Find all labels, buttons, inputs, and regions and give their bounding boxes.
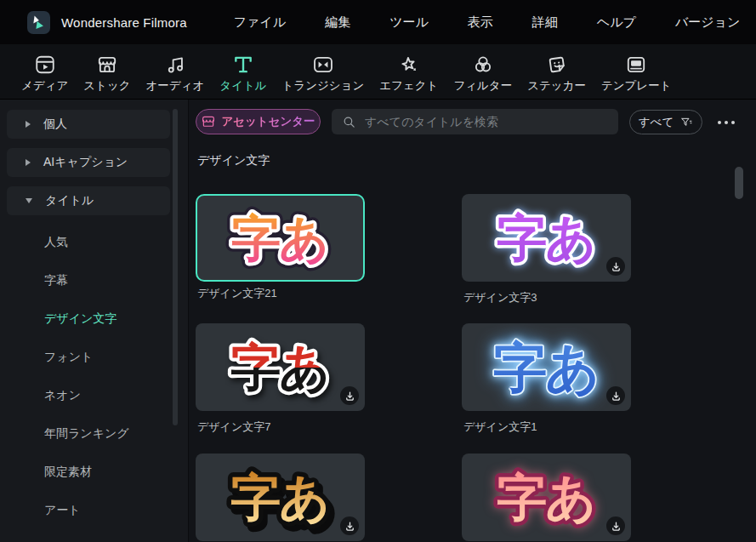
chevron-right-icon xyxy=(26,121,31,128)
storefront-icon xyxy=(201,114,216,129)
filmora-window: Wondershare Filmora ファイル 編集 ツール 表示 詳細 ヘル… xyxy=(0,0,756,542)
stock-icon xyxy=(96,50,118,76)
effect-icon xyxy=(398,50,420,76)
tab-transitions[interactable]: トランジション xyxy=(275,50,372,94)
sidebar-item-design-text[interactable]: デザイン文字 xyxy=(0,300,170,338)
menu-tools[interactable]: ツール xyxy=(383,9,435,36)
search-icon xyxy=(342,115,356,129)
title-preview-art: 字あ xyxy=(196,323,365,411)
tab-label: メディア xyxy=(21,78,68,94)
tab-label: オーディオ xyxy=(146,78,205,94)
title-icon xyxy=(232,50,254,76)
sidebar-group-titles[interactable]: タイトル xyxy=(7,186,170,215)
tab-label: トランジション xyxy=(282,78,365,94)
group-label: AIキャプション xyxy=(43,155,128,170)
tab-label: エフェクト xyxy=(379,78,438,94)
tab-filters[interactable]: フィルター xyxy=(446,50,520,94)
menu-file[interactable]: ファイル xyxy=(227,9,293,36)
main-scrollbar[interactable] xyxy=(735,167,743,199)
media-icon xyxy=(34,50,56,76)
menu-view[interactable]: 表示 xyxy=(461,9,500,36)
title-name: デザイン文字21 xyxy=(197,286,384,301)
title-thumbnail-gold[interactable]: 字あ xyxy=(196,454,365,541)
sidebar-group-personal[interactable]: 個人 xyxy=(7,110,170,139)
menu-help[interactable]: ヘルプ xyxy=(590,9,643,36)
svg-text:字あ: 字あ xyxy=(230,468,329,527)
title-preview-art: 字あ xyxy=(462,194,631,282)
download-icon[interactable] xyxy=(340,516,359,535)
app-title: Wondershare Filmora xyxy=(61,15,187,30)
group-label: 個人 xyxy=(43,117,67,132)
tab-label: ストック xyxy=(83,78,130,94)
title-preview-art: 字あ xyxy=(196,454,365,541)
svg-text:字あ: 字あ xyxy=(497,208,595,267)
svg-text:字あ: 字あ xyxy=(230,338,329,397)
tab-label: ステッカー xyxy=(527,78,586,94)
filter-funnel-icon xyxy=(679,116,693,129)
sidebar-item-subtitles[interactable]: 字幕 xyxy=(0,261,170,300)
asset-center-label: アセットセンター xyxy=(221,114,315,129)
menu-edit[interactable]: 編集 xyxy=(318,9,357,36)
svg-text:字あ: 字あ xyxy=(497,468,595,527)
transition-icon xyxy=(312,50,334,76)
title-thumbnail-design7[interactable]: 字あ xyxy=(196,323,365,411)
tab-templates[interactable]: テンプレート xyxy=(594,50,679,94)
title-preview-art: 字あ xyxy=(462,323,631,411)
template-icon xyxy=(625,50,647,76)
tab-label: タイトル xyxy=(219,78,266,94)
sidebar-item-annual-ranking[interactable]: 年間ランキング xyxy=(0,414,170,453)
section-title: デザイン文字 xyxy=(197,153,270,168)
filter-label: すべて xyxy=(639,115,674,130)
chevron-down-icon xyxy=(26,198,32,203)
sidebar-group-ai-captions[interactable]: AIキャプション xyxy=(7,148,170,177)
tab-effects[interactable]: エフェクト xyxy=(372,50,446,94)
tab-stickers[interactable]: ステッカー xyxy=(520,50,594,94)
filter-button[interactable]: すべて xyxy=(629,110,702,134)
main-panel: アセットセンター すべて デザイン文字 xyxy=(190,100,756,542)
title-thumbnail-design3[interactable]: 字あ xyxy=(462,194,631,282)
filter-icon xyxy=(472,50,494,76)
svg-text:字あ: 字あ xyxy=(231,209,327,267)
tab-stock[interactable]: ストック xyxy=(76,50,138,94)
menubar: Wondershare Filmora ファイル 編集 ツール 表示 詳細 ヘル… xyxy=(0,0,756,44)
sidebar-item-art[interactable]: アート xyxy=(0,491,170,529)
tab-titles[interactable]: タイトル xyxy=(212,50,274,94)
asset-center-button[interactable]: アセットセンター xyxy=(196,109,321,134)
title-name: デザイン文字3 xyxy=(463,290,651,305)
search-box[interactable] xyxy=(332,109,618,134)
title-thumbnail-design21[interactable]: 字あ 字あ xyxy=(196,194,365,282)
filmora-logo-icon xyxy=(27,11,50,34)
search-input[interactable] xyxy=(365,115,610,128)
category-sidebar: 個人 AIキャプション タイトル 人気 字幕 デザイン文字 フォント ネオン 年… xyxy=(0,100,189,542)
chevron-right-icon xyxy=(26,159,31,166)
title-preview-art: 字あ xyxy=(462,454,631,541)
menu-version[interactable]: バージョン xyxy=(668,9,747,36)
sidebar-item-fonts[interactable]: フォント xyxy=(0,338,170,376)
tab-media[interactable]: メディア xyxy=(14,50,76,94)
sticker-icon xyxy=(546,50,568,76)
tab-label: フィルター xyxy=(453,78,512,94)
asset-toolbar: メディア ストック オーディオ xyxy=(0,44,756,100)
group-label: タイトル xyxy=(45,193,94,208)
title-name: デザイン文字1 xyxy=(463,419,651,435)
sidebar-item-popular[interactable]: 人気 xyxy=(0,223,170,261)
sidebar-scrollbar[interactable] xyxy=(173,109,178,425)
tab-label: テンプレート xyxy=(601,78,672,94)
sidebar-item-limited-assets[interactable]: 限定素材 xyxy=(0,453,170,491)
menu-items: ファイル 編集 ツール 表示 詳細 ヘルプ バージョン xyxy=(227,9,747,36)
title-thumbnail-design1[interactable]: 字あ xyxy=(462,323,631,411)
title-thumbnail-pink[interactable]: 字あ xyxy=(462,454,631,541)
menu-advanced[interactable]: 詳細 xyxy=(526,9,565,36)
svg-text:字あ: 字あ xyxy=(493,336,599,399)
tab-audio[interactable]: オーディオ xyxy=(139,50,213,94)
audio-icon xyxy=(164,50,186,76)
download-icon[interactable] xyxy=(606,257,625,276)
sidebar-item-neon[interactable]: ネオン xyxy=(0,376,170,414)
download-icon[interactable] xyxy=(606,516,625,535)
more-options-button[interactable] xyxy=(711,114,742,131)
title-preview-art: 字あ 字あ xyxy=(197,196,363,280)
download-icon[interactable] xyxy=(606,386,625,405)
title-name: デザイン文字7 xyxy=(197,419,384,435)
download-icon[interactable] xyxy=(340,386,359,405)
